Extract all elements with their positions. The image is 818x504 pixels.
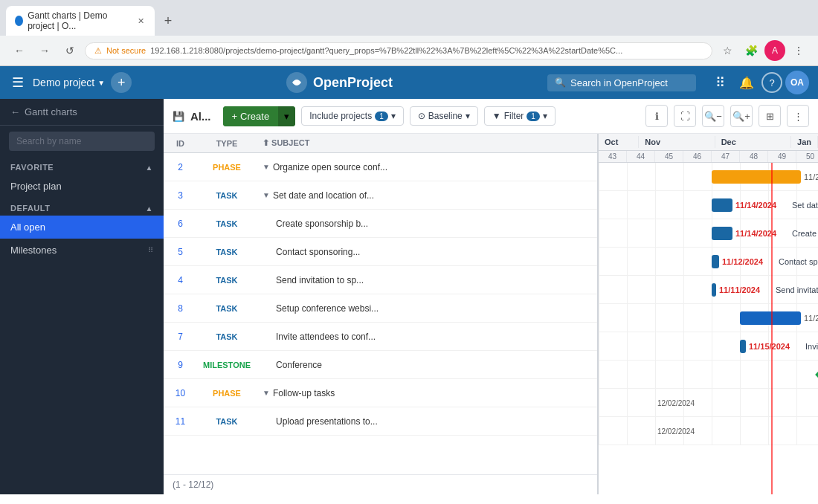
include-projects-button[interactable]: Include projects 1 ▾ xyxy=(301,106,404,126)
subject-toggle[interactable]: ▼ xyxy=(263,191,270,199)
create-dropdown-arrow[interactable]: ▾ xyxy=(278,106,295,126)
cell-subject: Invite attendees to conf... xyxy=(257,329,597,345)
fit-to-screen-button[interactable]: ⊞ xyxy=(759,105,781,127)
create-label: Create xyxy=(240,111,269,122)
create-button-group: + Create ▾ xyxy=(223,106,296,126)
zoom-out-button[interactable]: 🔍− xyxy=(702,105,724,127)
info-button[interactable]: ℹ xyxy=(645,105,668,127)
cell-id[interactable]: 4 xyxy=(164,275,197,285)
row-count: (1 - 12/12) xyxy=(164,474,597,494)
subject-text: Setup conference websi... xyxy=(276,303,379,314)
gantt-bar[interactable] xyxy=(740,340,746,353)
cell-id[interactable]: 3 xyxy=(164,190,197,201)
task-label: Send invitation to speakers xyxy=(776,285,818,294)
cell-id[interactable]: 5 xyxy=(164,247,197,257)
default-toggle[interactable]: ▲ xyxy=(146,204,153,213)
sidebar-item-project-plan[interactable]: Project plan xyxy=(0,175,164,198)
zoom-in-button[interactable]: 🔍+ xyxy=(730,105,753,127)
tab-close-button[interactable]: ✕ xyxy=(136,15,146,27)
new-tab-button[interactable]: + xyxy=(158,10,178,31)
active-tab: Gantt charts | Demo project | O... ✕ xyxy=(6,6,155,36)
chart-row: 11/26/2024Conference xyxy=(599,361,818,389)
more-options-button[interactable]: ⋮ xyxy=(787,105,809,127)
subject-text: Organize open source conf... xyxy=(273,162,387,172)
cell-id[interactable]: 7 xyxy=(164,332,197,342)
gantt-table: ID TYPE ⬆ SUBJECT 2 PHASE ▼ Organize ope… xyxy=(164,134,599,494)
user-avatar[interactable]: OA xyxy=(785,71,809,94)
cell-subject: Upload presentations to... xyxy=(257,413,597,430)
col-header-type: TYPE xyxy=(197,139,257,148)
gantt-bar[interactable] xyxy=(740,311,801,325)
filter-count: 1 xyxy=(526,112,540,121)
gantt-chart-body: 11/11/202411/25/2024Organize open source… xyxy=(599,163,818,494)
create-button[interactable]: + Create xyxy=(223,106,279,126)
save-icon: 💾 xyxy=(173,111,184,122)
subject-toggle[interactable]: ▼ xyxy=(263,163,270,171)
add-button[interactable]: + xyxy=(111,72,132,93)
gantt-bar[interactable] xyxy=(712,170,801,184)
cell-id[interactable]: 9 xyxy=(164,360,197,370)
modules-button[interactable]: ⠿ xyxy=(708,71,732,94)
baseline-button[interactable]: ⊙ Baseline ▾ xyxy=(410,106,478,126)
cell-type: PHASE xyxy=(197,163,257,172)
extension-button[interactable]: 🧩 xyxy=(741,40,761,61)
col-header-id: ID xyxy=(164,139,197,148)
favorite-toggle[interactable]: ▲ xyxy=(146,164,153,172)
subject-text: Follow-up tasks xyxy=(273,388,335,398)
chart-row: 11/11/202411/14/2024Create sponsorship b… xyxy=(599,219,818,248)
refresh-button[interactable]: ↺ xyxy=(59,40,80,61)
gantt-chart: Oct Nov Dec Jan 434445464748495051520102… xyxy=(599,134,818,494)
sidebar-section-favorite: FAVORITE ▲ xyxy=(0,157,164,175)
end-date-label: 11/25/2024 xyxy=(804,172,818,181)
week-cell-47: 47 xyxy=(712,151,740,162)
gantt-bar[interactable] xyxy=(712,255,719,268)
gantt-bar[interactable] xyxy=(712,283,716,297)
app: ☰ Demo project ▼ + OpenProject 🔍 Search … xyxy=(0,66,818,494)
subject-toggle[interactable]: ▼ xyxy=(263,389,270,397)
week-cell-49: 49 xyxy=(768,151,796,162)
browser-chrome: Gantt charts | Demo project | O... ✕ + ←… xyxy=(0,0,818,66)
profile-button[interactable]: A xyxy=(764,40,785,61)
global-search[interactable]: 🔍 Search in OpenProject xyxy=(547,74,696,91)
tab-bar: Gantt charts | Demo project | O... ✕ + xyxy=(0,0,818,36)
end-date-label: 11/14/2024 xyxy=(735,229,776,238)
forward-button[interactable]: → xyxy=(34,40,55,61)
gantt-bar[interactable] xyxy=(712,198,732,212)
cell-id[interactable]: 10 xyxy=(164,388,197,398)
top-nav-actions: ⠿ 🔔 ? OA xyxy=(708,71,809,94)
bookmark-button[interactable]: ☆ xyxy=(717,40,738,61)
notifications-button[interactable]: 🔔 xyxy=(735,71,759,94)
sidebar-section-default: DEFAULT ▲ xyxy=(0,198,164,216)
gantt-wrapper: ID TYPE ⬆ SUBJECT 2 PHASE ▼ Organize ope… xyxy=(164,134,818,494)
sidebar-item-milestones[interactable]: Milestones ⠿ xyxy=(0,239,164,262)
cell-id[interactable]: 8 xyxy=(164,303,197,314)
logo-text: OpenProject xyxy=(313,75,393,91)
table-row: 7 TASK Invite attendees to conf... xyxy=(164,323,597,351)
filter-icon: ▼ xyxy=(492,111,501,121)
hamburger-menu[interactable]: ☰ xyxy=(9,71,27,94)
start-date-label: 12/02/2024 xyxy=(657,398,695,407)
save-button[interactable]: 💾 Al... xyxy=(173,110,211,123)
menu-button[interactable]: ⋮ xyxy=(788,40,809,61)
sidebar-item-all-open[interactable]: All open xyxy=(0,216,164,239)
cell-id[interactable]: 2 xyxy=(164,162,197,172)
cell-id[interactable]: 11 xyxy=(164,416,197,427)
address-bar[interactable]: ⚠ Not secure 192.168.1.218:8080/projects… xyxy=(85,42,712,59)
subject-text: Create sponsorship b... xyxy=(276,219,368,229)
sidebar-back-button[interactable]: ← Gantt charts xyxy=(0,99,164,126)
gantt-bar[interactable] xyxy=(712,227,732,240)
chart-row: 11/11/202411/12/2024Contact sponsoring p… xyxy=(599,248,818,276)
url-text: 192.168.1.218:8080/projects/demo-project… xyxy=(150,46,622,55)
project-name-dropdown[interactable]: Demo project ▼ xyxy=(33,77,105,88)
filter-button[interactable]: ▼ Filter 1 ▾ xyxy=(484,106,555,126)
cell-id[interactable]: 6 xyxy=(164,219,197,229)
back-button[interactable]: ← xyxy=(9,40,30,61)
fullscreen-button[interactable]: ⛶ xyxy=(674,105,696,127)
sidebar-search-input[interactable] xyxy=(9,132,155,151)
task-label: Contact sponsoring partners xyxy=(779,257,818,266)
table-row: 10 PHASE ▼ Follow-up tasks xyxy=(164,379,597,407)
help-button[interactable]: ? xyxy=(761,72,782,93)
cell-type: TASK xyxy=(197,219,257,228)
baseline-icon: ⊙ xyxy=(418,111,425,121)
subject-text: Send invitation to sp... xyxy=(276,275,364,285)
